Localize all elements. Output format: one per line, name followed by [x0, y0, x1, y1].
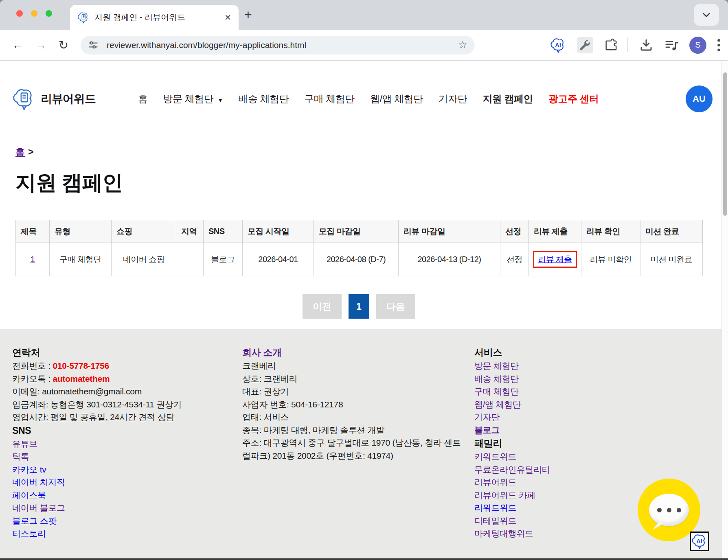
- pagination-next-button[interactable]: 다음: [376, 294, 415, 319]
- window-bottom-edge: [0, 558, 728, 560]
- family-link-free-online-utility[interactable]: 무료온라인유틸리티: [474, 465, 550, 474]
- url-text: reviewer.withanyai.com/blogger/my-applic…: [107, 40, 306, 50]
- company-address: 주소: 대구광역시 중구 달구벌대로 1970 (남산동, 청라 센트럴파크) …: [242, 436, 462, 462]
- sns-link-blogspot[interactable]: 블로그 스팟: [12, 516, 57, 525]
- service-links: 방문 체험단 배송 체험단 구매 체험단 웹/앱 체험단 기자단 블로그: [474, 359, 713, 436]
- kebab-menu-icon: [717, 38, 721, 52]
- scrollbar-thumb[interactable]: [723, 72, 727, 216]
- nav-advertiser-center[interactable]: 광고주 센터: [548, 92, 599, 105]
- playlist-music-icon: [664, 38, 679, 52]
- bubble-dot: [677, 508, 681, 512]
- pagination-page-1-button[interactable]: 1: [349, 294, 369, 319]
- sns-link-kakao-tv[interactable]: 카카오 tv: [12, 465, 46, 474]
- service-link-webapp[interactable]: 웹/앱 체험단: [474, 400, 521, 409]
- company-info: 크랜베리 상호: 크랜베리 대표: 권상기 사업자 번호: 504-16-121…: [242, 359, 462, 462]
- media-controls-button[interactable]: [664, 38, 679, 52]
- cell-review-submit: 리뷰 제출: [529, 243, 581, 276]
- ai-badge[interactable]: AI: [690, 532, 709, 551]
- service-link-delivery[interactable]: 배송 체험단: [474, 374, 519, 383]
- pagination-prev-button[interactable]: 이전: [303, 294, 342, 319]
- family-link-rewardwith[interactable]: 리워드위드: [474, 503, 517, 512]
- nav-press-corps[interactable]: 기자단: [439, 92, 467, 105]
- family-link-marketing-agency-with[interactable]: 마케팅대행위드: [474, 529, 533, 538]
- nav-webapp-experience[interactable]: 웹/앱 체험단: [370, 92, 423, 105]
- phone-link[interactable]: 010-5778-1756: [53, 361, 109, 370]
- col-shopping: 쇼핑: [112, 220, 176, 243]
- nav-purchase-experience[interactable]: 구매 체험단: [304, 92, 355, 105]
- site-info-icon[interactable]: [88, 40, 99, 50]
- sns-links: 유튜브 틱톡 카카오 tv 네이버 치지직 페이스북 네이버 블로그 블로그 스…: [12, 438, 242, 540]
- close-window-button[interactable]: [16, 10, 23, 17]
- tab-strip: 지원 캠페인 - 리뷰어위드 ✕ +: [0, 0, 728, 30]
- site-logo[interactable]: 리뷰어위드: [12, 87, 96, 111]
- bubble-dot: [657, 508, 662, 512]
- ai-brain-icon: AI: [550, 37, 566, 53]
- nav-visit-experience[interactable]: 방문 체험단▼: [163, 92, 223, 105]
- browser-profile-avatar[interactable]: S: [689, 37, 706, 54]
- browser-menu-button[interactable]: [717, 38, 721, 52]
- service-link-visit[interactable]: 방문 체험단: [474, 361, 519, 370]
- cell-region: [176, 243, 204, 276]
- fullscreen-window-button[interactable]: [46, 10, 52, 17]
- service-link-blog[interactable]: 블로그: [474, 425, 500, 435]
- company-trade-name: 상호: 크랜베리: [242, 372, 462, 385]
- family-link-reviewerwith[interactable]: 리뷰어위드: [474, 477, 517, 487]
- nav-delivery-experience[interactable]: 배송 체험단: [239, 92, 289, 105]
- service-link-press[interactable]: 기자단: [474, 412, 500, 422]
- applications-table: 제목 유형 쇼핑 지역 SNS 모집 시작일 모집 마감일 리뷰 마감일 선정 …: [15, 220, 703, 276]
- sns-link-tiktok[interactable]: 틱톡: [12, 452, 29, 461]
- svg-text:AI: AI: [555, 42, 561, 48]
- review-submit-highlight-box: 리뷰 제출: [533, 251, 577, 268]
- contact-email: 이메일: automatethem@gmail.com: [12, 385, 242, 398]
- family-link-keywordwith[interactable]: 키워드위드: [474, 452, 517, 461]
- cell-mission: 미션 미완료: [640, 243, 703, 276]
- service-link-purchase[interactable]: 구매 체험단: [474, 387, 519, 396]
- browser-tab[interactable]: 지원 캠페인 - 리뷰어위드 ✕: [70, 5, 239, 30]
- sns-link-naver-chzzk[interactable]: 네이버 치지직: [12, 477, 65, 487]
- sns-link-youtube[interactable]: 유튜브: [12, 439, 37, 448]
- ai-extension-icon[interactable]: AI: [550, 37, 566, 53]
- bookmark-star-icon[interactable]: ☆: [458, 39, 467, 51]
- cell-review-deadline: 2026-04-13 (D-12): [399, 243, 500, 276]
- back-button[interactable]: ←: [10, 38, 26, 52]
- minimize-window-button[interactable]: [31, 10, 37, 17]
- page-title: 지원 캠페인: [15, 169, 713, 197]
- sns-link-facebook[interactable]: 페이스북: [12, 490, 46, 500]
- tab-search-button[interactable]: [694, 4, 719, 26]
- tab-close-icon[interactable]: ✕: [224, 13, 231, 22]
- wrench-extension-icon[interactable]: [577, 37, 593, 53]
- user-avatar[interactable]: AU: [686, 85, 713, 112]
- dropdown-arrow-icon: ▼: [217, 97, 223, 103]
- sns-link-tistory[interactable]: 티스토리: [12, 529, 46, 538]
- nav-home[interactable]: 홈: [138, 92, 148, 105]
- sns-heading: SNS: [12, 424, 242, 438]
- chevron-down-icon: [701, 9, 712, 21]
- footer-contact-column: 연락처 전화번호 : 010-5778-1756 카카오톡 : automate…: [12, 346, 242, 540]
- nav-visit-experience-label: 방문 체험단: [163, 93, 214, 104]
- family-heading: 패밀리: [474, 436, 713, 450]
- address-bar[interactable]: reviewer.withanyai.com/blogger/my-applic…: [81, 36, 475, 55]
- family-link-reviewerwith-cafe[interactable]: 리뷰어위드 카페: [474, 490, 535, 500]
- col-selection: 선정: [500, 220, 529, 243]
- cell-review-check: 리뷰 미확인: [581, 243, 640, 276]
- downloads-button[interactable]: [639, 38, 653, 52]
- review-submit-link[interactable]: 리뷰 제출: [538, 255, 572, 264]
- browser-toolbar: ← → ↻ reviewer.withanyai.com/blogger/my-…: [0, 30, 728, 61]
- browser-window: 지원 캠페인 - 리뷰어위드 ✕ + ← → ↻ reviewer.withan…: [0, 0, 728, 560]
- new-tab-button[interactable]: +: [244, 7, 252, 23]
- extensions-button[interactable]: [604, 38, 618, 52]
- campaign-title-link[interactable]: 1: [31, 255, 35, 264]
- company-intro-link[interactable]: 회사 소개: [242, 346, 282, 359]
- nav-applied-campaigns[interactable]: 지원 캠페인: [482, 92, 533, 105]
- family-link-detailwith[interactable]: 디테일위드: [474, 516, 517, 525]
- company-ceo: 대표: 권상기: [242, 385, 462, 398]
- page-viewport: 리뷰어위드 홈 방문 체험단▼ 배송 체험단 구매 체험단 웹/앱 체험단 기자…: [0, 61, 728, 559]
- breadcrumb-home-link[interactable]: 홈: [15, 147, 25, 157]
- favicon-brain-icon: [77, 11, 90, 24]
- sns-link-naver-blog[interactable]: 네이버 블로그: [12, 503, 65, 512]
- forward-button[interactable]: →: [33, 38, 49, 52]
- main-content: 홈> 지원 캠페인 제목 유형 쇼핑 지역 SNS 모집 시작일: [0, 146, 728, 319]
- reload-button[interactable]: ↻: [55, 38, 72, 52]
- kakao-label: 카카오톡 :: [12, 374, 50, 383]
- toolbar-divider: [627, 38, 628, 52]
